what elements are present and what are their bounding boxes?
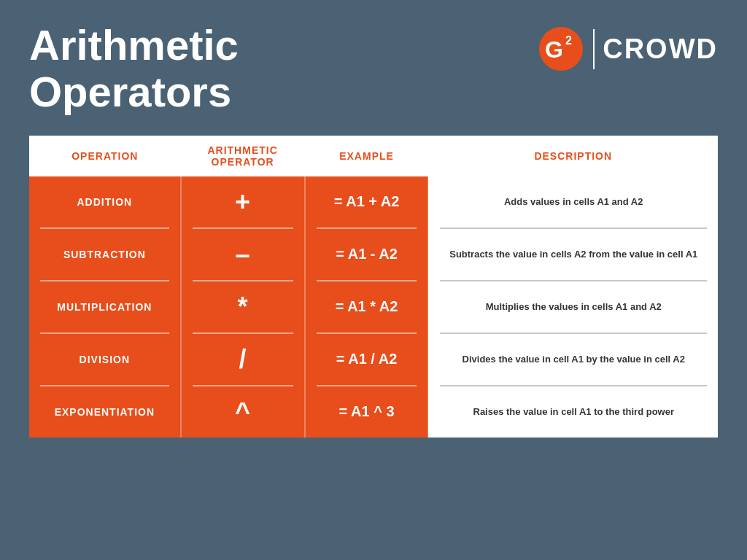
operation-cell: MULTIPLICATION [29,281,181,332]
operation-cell: EXPONENTIATION [29,386,181,438]
example-cell: = A1 + A2 [305,176,429,228]
col-header-operation: OPERATION [29,136,181,176]
header: Arithmetic Operators G 2 CROWD [29,22,718,115]
description-cell: Divides the value in cell A1 by the valu… [428,334,718,385]
arithmetic-table: OPERATION ARITHMETIC OPERATOR EXAMPLE DE… [29,136,718,438]
operator-cell: + [181,176,305,228]
svg-rect-3 [593,29,595,69]
operator-cell: – [181,229,305,280]
operator-cell: * [181,281,305,332]
g2-logo-icon: G 2 [538,26,585,73]
svg-text:2: 2 [565,34,572,47]
example-cell: = A1 * A2 [305,281,429,332]
example-cell: = A1 / A2 [305,334,429,385]
operator-cell: / [181,334,305,385]
operation-cell: ADDITION [29,176,181,228]
page-container: Arithmetic Operators G 2 CROWD O [0,0,747,560]
logo-crowd-text: CROWD [603,34,718,65]
svg-text:G: G [545,36,563,63]
page-title: Arithmetic Operators [29,22,239,115]
table-wrapper: OPERATION ARITHMETIC OPERATOR EXAMPLE DE… [29,136,718,438]
operation-cell: SUBTRACTION [29,229,181,280]
table-header: OPERATION ARITHMETIC OPERATOR EXAMPLE DE… [29,136,718,176]
description-cell: Adds values in cells A1 and A2 [428,176,718,228]
operator-cell: ^ [181,386,305,438]
col-header-arithmetic-operator: ARITHMETIC OPERATOR [181,136,305,176]
table-row: EXPONENTIATION^= A1 ^ 3Raises the value … [29,386,718,438]
table-row: DIVISION/= A1 / A2Divides the value in c… [29,334,718,385]
table-row: MULTIPLICATION*= A1 * A2Multiplies the v… [29,281,718,332]
logo-divider [592,29,595,69]
table-row: ADDITION+= A1 + A2Adds values in cells A… [29,176,718,228]
description-cell: Multiplies the values in cells A1 and A2 [428,281,718,332]
table-row: SUBTRACTION–= A1 - A2Subtracts the value… [29,229,718,280]
table-body: ADDITION+= A1 + A2Adds values in cells A… [29,176,718,438]
logo: G 2 CROWD [538,26,718,73]
col-header-example: EXAMPLE [305,136,429,176]
example-cell: = A1 - A2 [305,229,429,280]
example-cell: = A1 ^ 3 [305,386,429,438]
col-header-description: DESCRIPTION [428,136,718,176]
header-row: OPERATION ARITHMETIC OPERATOR EXAMPLE DE… [29,136,718,176]
description-cell: Raises the value in cell A1 to the third… [428,386,718,438]
description-cell: Subtracts the value in cells A2 from the… [428,229,718,280]
operation-cell: DIVISION [29,334,181,385]
